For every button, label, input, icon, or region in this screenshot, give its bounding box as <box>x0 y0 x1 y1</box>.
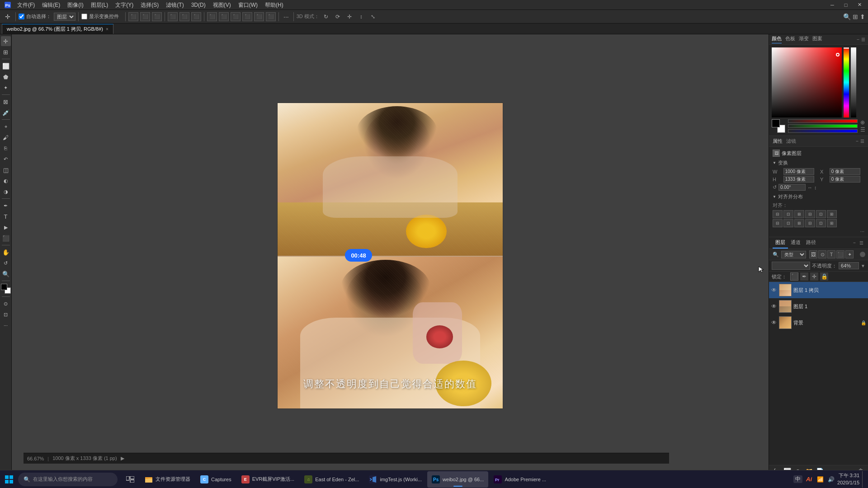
minimize-button[interactable]: ─ <box>826 0 839 10</box>
align-right-btn[interactable]: ⬛ <box>152 12 162 21</box>
align-left-btn[interactable]: ⬛ <box>128 12 138 21</box>
filter-text-icon[interactable]: T <box>827 250 835 258</box>
layer-visibility-1[interactable]: 👁 <box>771 303 777 310</box>
dist-top-btn[interactable]: ⬛ <box>242 12 252 21</box>
layers-panel-menu-btn[interactable]: ☰ <box>859 240 864 245</box>
dist-h-center-btn-prop[interactable]: ⊡ <box>783 219 793 227</box>
tab-close-btn[interactable]: × <box>106 27 108 32</box>
align-top-edges-btn[interactable]: ⊟ <box>805 210 815 218</box>
network-icon[interactable]: 📶 <box>816 475 825 484</box>
menu-edit[interactable]: 编辑(E) <box>38 0 64 10</box>
vscode-btn[interactable]: imgTest.js (Worki... <box>364 471 426 488</box>
lock-all-btn[interactable]: 🔒 <box>820 272 828 281</box>
dist-left-btn-prop[interactable]: ⊟ <box>773 219 783 227</box>
layer-visibility-2[interactable]: 👁 <box>771 319 777 326</box>
premiere-btn[interactable]: Pr Adobe Premiere ... <box>489 471 551 488</box>
screen-mode-btn[interactable]: ⊡ <box>1 310 11 319</box>
fg-color-swatch[interactable] <box>1 284 7 290</box>
align-right-edges-btn[interactable]: ⊞ <box>794 210 804 218</box>
3d-scale-btn[interactable]: ⤡ <box>368 12 378 21</box>
text-tool-btn[interactable]: T <box>1 211 11 221</box>
align-bottom-edges-btn[interactable]: ⊞ <box>827 210 837 218</box>
dist-left-btn[interactable]: ⬛ <box>207 12 217 21</box>
eyedropper-tool-btn[interactable]: 💉 <box>1 108 11 117</box>
status-arrow[interactable]: ▶ <box>121 455 124 461</box>
swatches-tab[interactable]: 色板 <box>785 35 795 43</box>
layer-visibility-0[interactable]: 👁 <box>771 287 777 293</box>
menu-text[interactable]: 文字(Y) <box>112 0 137 10</box>
transform-checkbox[interactable] <box>81 14 87 19</box>
evr-btn[interactable]: E EVR截屏VIP激活... <box>237 471 299 488</box>
menu-file[interactable]: 文件(F) <box>14 0 38 10</box>
align-left-edges-btn[interactable]: ⊟ <box>773 210 783 218</box>
start-button[interactable] <box>0 470 18 488</box>
search-icon[interactable]: 🔍 <box>843 13 851 20</box>
r-slider[interactable] <box>788 119 858 123</box>
magic-wand-tool-btn[interactable]: ✦ <box>1 83 11 93</box>
layers-tab-paths[interactable]: 路径 <box>803 237 819 249</box>
move-tool-icon[interactable]: ✛ <box>3 12 13 22</box>
maximize-button[interactable]: □ <box>839 0 853 10</box>
more-options-btn[interactable]: ··· <box>282 13 291 20</box>
w-input[interactable] <box>783 168 814 175</box>
workspace-switcher[interactable]: ⊞ <box>853 13 858 20</box>
dist-center-h-btn[interactable]: ⬛ <box>219 12 229 21</box>
layer-item-2[interactable]: 👁 背景 🔒 <box>769 314 868 331</box>
b-slider[interactable] <box>788 129 858 133</box>
auto-select-checkbox[interactable] <box>19 14 24 19</box>
captures-btn[interactable]: C Captures <box>196 471 236 488</box>
props-collapse-btn[interactable]: − <box>856 139 859 144</box>
dist-top-btn-prop[interactable]: ⊟ <box>805 219 815 227</box>
menu-view[interactable]: 视图(V) <box>209 0 235 10</box>
3d-roll-btn[interactable]: ⟳ <box>333 12 343 21</box>
hue-bar[interactable] <box>844 47 849 117</box>
extra-tools-btn[interactable]: ··· <box>1 320 11 330</box>
layers-panel-collapse-btn[interactable]: − <box>852 240 857 245</box>
taskbar-search[interactable]: 🔍 在这里输入你想搜索的内容 <box>18 473 118 486</box>
fg-bg-colors[interactable] <box>1 284 11 294</box>
lock-artboards-btn[interactable]: ✛ <box>810 272 818 281</box>
menu-image[interactable]: 图像(I) <box>64 0 87 10</box>
dist-bottom-btn[interactable]: ⬛ <box>266 12 276 21</box>
show-desktop-btn[interactable] <box>862 471 864 488</box>
color-extra-strip[interactable] <box>851 47 856 117</box>
eden-btn[interactable]: ♫ East of Eden - Zel... <box>300 471 363 488</box>
crop-tool-btn[interactable]: ⊠ <box>1 97 11 107</box>
menu-layer[interactable]: 图层(L) <box>87 0 112 10</box>
filter-kind-select[interactable]: 类型 名称 效果 <box>781 251 806 258</box>
dist-center-v-btn[interactable]: ⬛ <box>254 12 264 21</box>
volume-icon[interactable]: 🔊 <box>826 475 835 484</box>
lock-position-btn[interactable]: ✒ <box>800 272 808 281</box>
lock-pixels-btn[interactable]: ⬛ <box>790 272 798 281</box>
stamp-tool-btn[interactable]: ⎘ <box>1 143 11 153</box>
flip-v-icon[interactable]: ↕ <box>814 185 817 190</box>
x-input[interactable] <box>830 168 860 175</box>
align-center-v-btn[interactable]: ⬛ <box>179 12 189 21</box>
filter-shape-icon[interactable]: ⬛ <box>836 250 844 258</box>
layer-item-0[interactable]: 👁 图层 1 拷贝 <box>769 282 868 298</box>
layers-filter-icon[interactable]: 🔍 <box>772 250 780 258</box>
align-v-center-btn[interactable]: ⊡ <box>816 210 826 218</box>
panel-settings-icon[interactable]: ☰ <box>860 127 865 133</box>
color-tab[interactable]: 颜色 <box>772 35 782 43</box>
filter-pixel-icon[interactable]: 🖼 <box>809 250 817 258</box>
zoom-tool-btn[interactable]: 🔍 <box>1 269 11 279</box>
3d-orbit-btn[interactable]: ↻ <box>321 12 331 21</box>
align-center-h-btn[interactable]: ⬛ <box>140 12 150 21</box>
artboard-tool-btn[interactable]: ⊞ <box>1 47 11 57</box>
menu-filter[interactable]: 滤镜(T) <box>162 0 187 10</box>
more-align-btn[interactable]: ··· <box>773 229 864 234</box>
menu-help[interactable]: 帮助(H) <box>261 0 287 10</box>
rotate-input[interactable] <box>778 184 806 191</box>
home-icon[interactable]: Ps <box>2 0 14 10</box>
eraser-tool-btn[interactable]: ◫ <box>1 165 11 175</box>
foreground-swatch[interactable] <box>772 119 780 127</box>
new-swatch-icon[interactable]: ⊕ <box>860 119 865 126</box>
dist-v-center-btn-prop[interactable]: ⊡ <box>816 219 826 227</box>
dist-right-btn[interactable]: ⬛ <box>231 12 241 21</box>
filter-adjustment-icon[interactable]: ⊙ <box>818 250 826 258</box>
history-brush-btn[interactable]: ↶ <box>1 154 11 164</box>
taskview-btn[interactable] <box>122 471 138 488</box>
pattern-tab[interactable]: 图案 <box>812 35 822 43</box>
canvas-area[interactable]: 调整不透明度到自己觉得合适的数值 00:48 66.67% | 1000 像素 … <box>12 34 769 477</box>
